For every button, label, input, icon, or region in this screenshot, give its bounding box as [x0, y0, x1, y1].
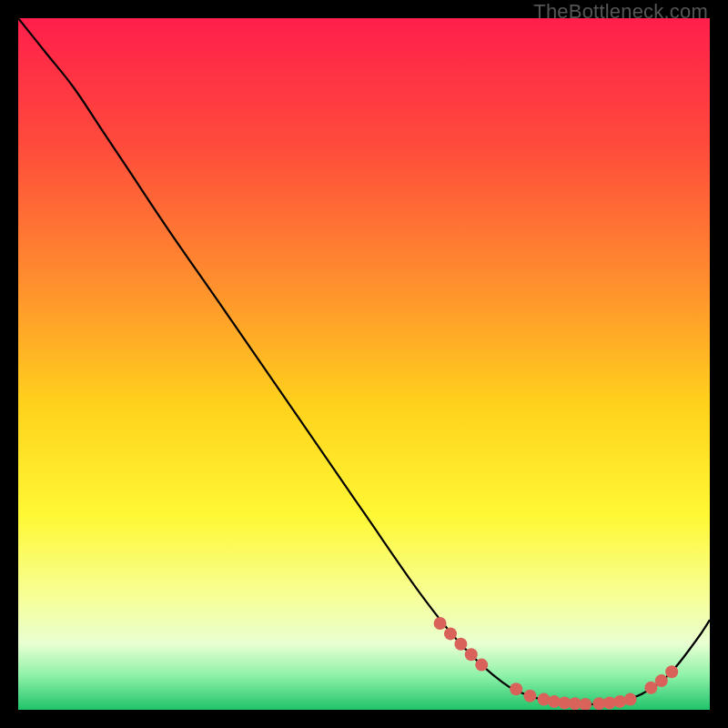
marker-dot [454, 638, 467, 651]
marker-dot [475, 659, 488, 672]
marker-dot [644, 682, 657, 694]
marker-dot [444, 627, 457, 640]
marker-dot [624, 693, 637, 706]
marker-dot [465, 648, 478, 661]
marker-dot [434, 617, 447, 630]
chart-background [18, 18, 710, 710]
bottleneck-chart [18, 18, 710, 710]
marker-dot [523, 690, 536, 703]
marker-dot [665, 665, 678, 678]
watermark-text: TheBottleneck.com [533, 0, 708, 24]
marker-dot [655, 674, 668, 687]
marker-dot [510, 682, 522, 695]
